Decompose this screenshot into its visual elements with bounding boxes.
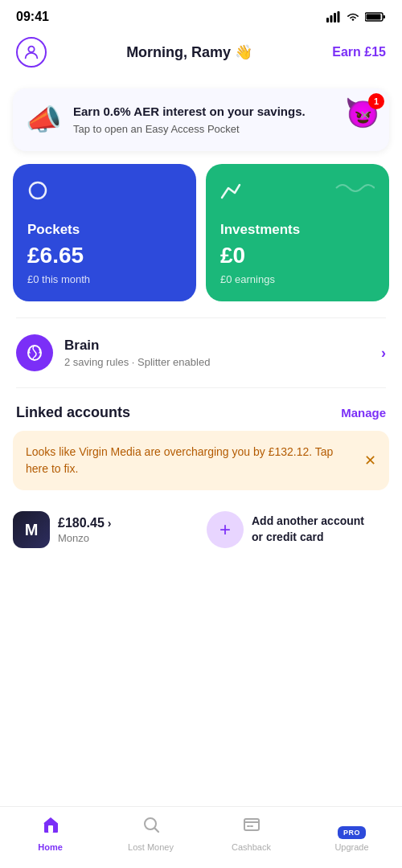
svg-rect-10 [48, 825, 53, 833]
banner-sub-text: Tap to open an Easy Access Pocket [73, 123, 376, 135]
add-account-text: Add another account or credit card [252, 514, 364, 545]
svg-rect-6 [384, 15, 386, 18]
cashback-nav-icon [242, 815, 261, 839]
investments-card[interactable]: Investments £0 £0 earnings [206, 164, 389, 301]
linked-accounts-header: Linked accounts Manage [0, 391, 402, 431]
svg-rect-1 [330, 15, 333, 23]
monzo-account-info: £180.45 › Monzo [58, 516, 112, 544]
brain-chevron-icon: › [381, 345, 386, 362]
status-bar: 09:41 [0, 0, 402, 31]
pockets-label: Pockets [27, 222, 182, 238]
monzo-name: Monzo [58, 532, 112, 544]
alert-close-button[interactable]: ✕ [364, 452, 376, 469]
svg-rect-3 [338, 11, 340, 23]
investments-squiggle [334, 180, 375, 200]
banner-bold-text: Earn 0.6% AER interest on your savings. [73, 104, 306, 118]
banner-megaphone-icon: 📣 [26, 103, 62, 137]
avatar-icon[interactable] [16, 37, 47, 68]
monzo-amount: £180.45 [58, 516, 105, 530]
brain-text: Brain 2 saving rules · Splitter enabled [64, 338, 370, 368]
nav-lost-money[interactable]: Lost Money [100, 815, 201, 852]
investments-sub: £0 earnings [220, 273, 375, 285]
investments-label: Investments [220, 222, 375, 238]
home-nav-icon [41, 815, 60, 839]
divider-2 [16, 387, 386, 388]
add-account-button[interactable]: + [207, 511, 244, 548]
signal-icon [326, 11, 341, 23]
header: Morning, Ramy 👋 Earn £15 [0, 31, 402, 80]
nav-cashback[interactable]: Cashback [201, 815, 302, 852]
pockets-icon [27, 180, 48, 206]
svg-rect-0 [326, 18, 329, 23]
pro-badge: PRO [338, 826, 366, 839]
divider-1 [16, 317, 386, 318]
nav-upgrade-label: Upgrade [334, 842, 368, 852]
banner-close-button[interactable]: ✕ [359, 108, 370, 123]
nav-home[interactable]: Home [0, 815, 100, 852]
nav-upgrade[interactable]: PRO Upgrade [302, 826, 402, 852]
overcharge-alert[interactable]: Looks like Virgin Media are overcharging… [13, 431, 389, 490]
nav-home-label: Home [38, 842, 63, 852]
battery-icon [365, 11, 386, 23]
investments-amount: £0 [220, 243, 375, 268]
pockets-card[interactable]: Pockets £6.65 £0 this month [13, 164, 196, 301]
notification-badge: 1 [368, 93, 384, 109]
brain-section[interactable]: Brain 2 saving rules · Splitter enabled … [0, 321, 402, 384]
status-time: 09:41 [16, 10, 49, 24]
svg-line-12 [154, 829, 158, 833]
manage-button[interactable]: Manage [341, 406, 386, 420]
header-greeting: Morning, Ramy 👋 [126, 43, 252, 61]
add-account-item[interactable]: + Add another account or credit card [207, 511, 389, 548]
banner-content: Earn 0.6% AER interest on your savings. … [73, 103, 376, 135]
linked-accounts-title: Linked accounts [16, 404, 130, 421]
investments-icon [220, 180, 241, 206]
dashboard-cards: Pockets £6.65 £0 this month Investments … [0, 164, 402, 301]
pockets-sub: £0 this month [27, 273, 182, 285]
monzo-amount-chevron: › [108, 517, 112, 530]
brain-title: Brain [64, 338, 370, 354]
lost-money-nav-icon [142, 815, 161, 839]
alert-text: Looks like Virgin Media are overcharging… [26, 444, 355, 477]
bottom-nav: Home Lost Money Cashback PRO Upgrade [0, 806, 402, 868]
wifi-icon [346, 11, 360, 23]
nav-lost-money-label: Lost Money [128, 842, 174, 852]
pockets-amount: £6.65 [27, 243, 182, 268]
svg-rect-13 [244, 819, 259, 830]
accounts-row: M £180.45 › Monzo + Add another account … [0, 503, 402, 556]
monzo-logo: M [13, 511, 50, 548]
brain-icon [16, 334, 53, 371]
svg-point-8 [30, 182, 46, 199]
earn-button[interactable]: Earn £15 [332, 45, 386, 59]
svg-rect-5 [367, 14, 381, 20]
savings-banner[interactable]: 📣 Earn 0.6% AER interest on your savings… [13, 88, 389, 151]
banner-badge-area: 1 😈 ✕ [345, 96, 381, 130]
brain-subtitle: 2 saving rules · Splitter enabled [64, 356, 370, 368]
svg-point-7 [28, 47, 34, 52]
monzo-account-item[interactable]: M £180.45 › Monzo [13, 511, 195, 548]
status-icons [326, 11, 386, 23]
nav-cashback-label: Cashback [232, 842, 271, 852]
svg-rect-2 [334, 13, 336, 23]
